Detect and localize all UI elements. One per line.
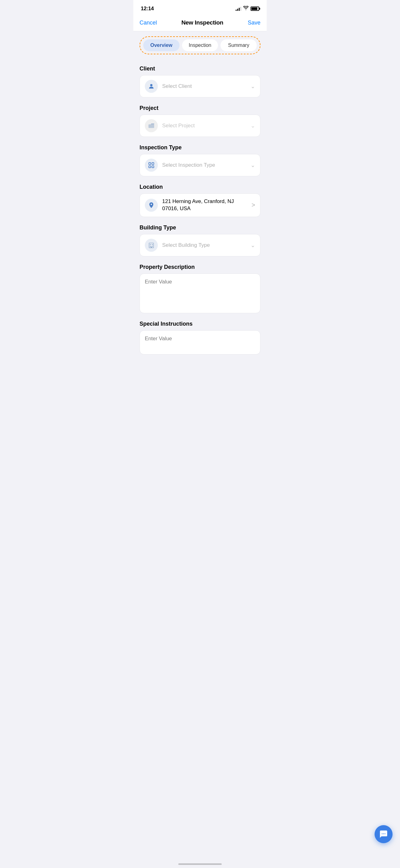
save-button[interactable]: Save <box>248 20 261 26</box>
tab-summary[interactable]: Summary <box>221 39 257 51</box>
tabs-section: Overview Inspection Summary <box>133 31 267 58</box>
project-placeholder: Select Project <box>162 123 248 129</box>
tab-overview[interactable]: Overview <box>143 39 179 51</box>
building-type-icon-wrap <box>145 239 158 252</box>
building-type-chevron-icon: ⌄ <box>251 242 255 249</box>
inspection-type-label: Inspection Type <box>139 144 261 151</box>
location-chevron-icon: > <box>252 202 255 209</box>
building-type-placeholder: Select Building Type <box>162 242 248 248</box>
svg-rect-8 <box>152 244 153 245</box>
client-chevron-icon: ⌄ <box>251 83 255 90</box>
building-icon <box>148 242 155 249</box>
client-label: Client <box>139 65 261 72</box>
svg-rect-10 <box>152 246 153 247</box>
property-description-field <box>139 274 261 313</box>
inspection-type-chevron-icon: ⌄ <box>251 162 255 168</box>
property-description-label: Property Description <box>139 264 261 270</box>
svg-rect-11 <box>151 247 152 248</box>
client-section: Client Select Client ⌄ <box>133 61 267 100</box>
project-section: Project Select Project ⌄ <box>133 100 267 140</box>
inspection-type-icon-wrap <box>145 159 158 172</box>
svg-rect-3 <box>152 163 154 164</box>
folder-icon <box>148 122 155 129</box>
cancel-button[interactable]: Cancel <box>139 20 157 26</box>
special-instructions-field <box>139 330 261 354</box>
status-time: 12:14 <box>141 6 154 12</box>
special-instructions-input[interactable] <box>145 336 255 348</box>
status-icons <box>236 6 259 11</box>
grid-icon <box>148 162 155 168</box>
nav-bar: Cancel New Inspection Save <box>133 16 267 31</box>
building-type-dropdown[interactable]: Select Building Type ⌄ <box>139 234 261 256</box>
form-content: Client Select Client ⌄ Project Select Pr… <box>133 58 267 369</box>
location-field[interactable]: 121 Herning Ave, Cranford, NJ 07016, USA… <box>139 193 261 217</box>
location-section: Location 121 Herning Ave, Cranford, NJ 0… <box>133 179 267 219</box>
page-title: New Inspection <box>181 19 223 26</box>
svg-rect-4 <box>149 166 151 168</box>
svg-rect-7 <box>150 244 151 245</box>
inspection-type-dropdown[interactable]: Select Inspection Type ⌄ <box>139 154 261 176</box>
svg-rect-5 <box>152 166 154 168</box>
client-dropdown[interactable]: Select Client ⌄ <box>139 75 261 97</box>
location-icon-wrap <box>145 199 158 212</box>
svg-rect-9 <box>150 246 151 247</box>
special-instructions-section: Special Instructions <box>133 316 267 357</box>
property-description-input[interactable] <box>145 279 255 307</box>
special-instructions-label: Special Instructions <box>139 321 261 327</box>
building-type-label: Building Type <box>139 224 261 231</box>
project-chevron-icon: ⌄ <box>251 122 255 129</box>
building-type-section: Building Type Select Building Type ⌄ <box>133 219 267 259</box>
location-value: 121 Herning Ave, Cranford, NJ 07016, USA <box>162 198 249 212</box>
client-placeholder: Select Client <box>162 83 248 89</box>
tab-inspection[interactable]: Inspection <box>182 39 218 51</box>
inspection-type-placeholder: Select Inspection Type <box>162 162 248 168</box>
project-label: Project <box>139 105 261 112</box>
tabs-wrapper: Overview Inspection Summary <box>139 36 261 54</box>
inspection-type-section: Inspection Type Select Inspection Type ⌄ <box>133 140 267 179</box>
battery-icon <box>251 6 259 11</box>
project-dropdown[interactable]: Select Project ⌄ <box>139 115 261 137</box>
signal-icon <box>236 6 241 11</box>
pin-icon <box>148 202 155 209</box>
property-description-section: Property Description <box>133 259 267 316</box>
location-label: Location <box>139 184 261 190</box>
status-bar: 12:14 <box>133 0 267 16</box>
client-icon-wrap <box>145 80 158 93</box>
svg-rect-1 <box>148 124 154 128</box>
project-icon-wrap <box>145 119 158 132</box>
svg-rect-2 <box>149 163 151 164</box>
wifi-icon <box>243 6 249 11</box>
person-icon <box>148 83 155 90</box>
svg-point-0 <box>150 84 152 86</box>
